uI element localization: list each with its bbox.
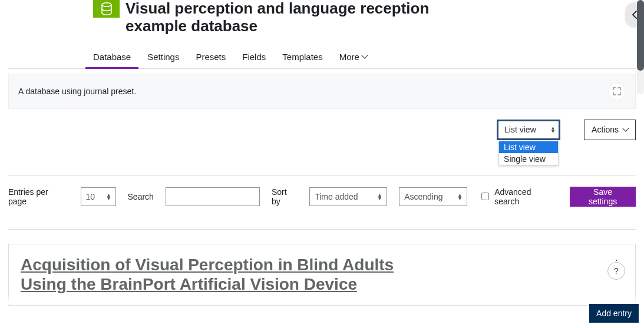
tab-more-label: More <box>339 52 359 62</box>
search-label: Search <box>128 192 154 201</box>
sort-by-select[interactable] <box>309 187 387 206</box>
expand-icon <box>613 87 621 95</box>
tab-more[interactable]: More <box>339 46 367 69</box>
tab-database[interactable]: Database <box>93 46 131 69</box>
chevron-down-icon <box>622 125 629 132</box>
tabs: Database Settings Presets Fields Templat… <box>93 46 625 69</box>
svg-point-0 <box>102 3 111 6</box>
filters-row: Entries per page ▴▾ Search Sort by ▴▾ ▴▾… <box>8 187 636 207</box>
scrollbar-thumb[interactable] <box>637 0 644 71</box>
save-settings-button[interactable]: Save settings <box>570 187 636 207</box>
page-title: Visual perception and language reception… <box>126 0 491 35</box>
entry-title-link[interactable]: Acquisition of Visual Perception in Blin… <box>21 255 398 294</box>
tab-fields[interactable]: Fields <box>242 46 266 69</box>
description-text: A database using journal preset. <box>18 87 136 96</box>
advanced-search-checkbox[interactable] <box>481 193 489 200</box>
view-option-list[interactable]: List view <box>499 141 558 153</box>
divider <box>8 229 636 230</box>
expand-button[interactable] <box>608 82 626 100</box>
help-button[interactable]: ? <box>607 262 625 280</box>
tab-presets[interactable]: Presets <box>196 46 226 69</box>
tab-templates[interactable]: Templates <box>282 46 322 69</box>
entry-card: Acquisition of Visual Perception in Blin… <box>8 244 636 306</box>
advanced-search[interactable]: Advanced search <box>479 187 558 206</box>
chevron-down-icon <box>361 52 368 59</box>
view-select-value: List view <box>504 125 536 134</box>
tab-settings[interactable]: Settings <box>147 46 179 69</box>
view-select[interactable]: List view <box>497 120 560 140</box>
advanced-search-label: Advanced search <box>494 187 558 206</box>
view-dropdown: List view Single view <box>498 141 559 165</box>
add-entry-button[interactable]: Add entry <box>589 304 639 323</box>
search-input[interactable] <box>166 187 260 206</box>
view-select-wrap: List view ▴▾ List view Single view <box>497 120 560 140</box>
view-option-single[interactable]: Single view <box>499 153 558 165</box>
actions-label: Actions <box>592 125 619 134</box>
sort-by-label: Sort by <box>272 187 298 206</box>
order-select[interactable] <box>399 187 467 206</box>
divider <box>8 175 636 176</box>
entries-per-page-select[interactable] <box>81 187 116 206</box>
actions-button[interactable]: Actions <box>584 120 636 140</box>
description-bar: A database using journal preset. <box>8 74 636 109</box>
entries-per-page-label: Entries per page <box>8 187 69 206</box>
database-icon <box>93 0 120 18</box>
